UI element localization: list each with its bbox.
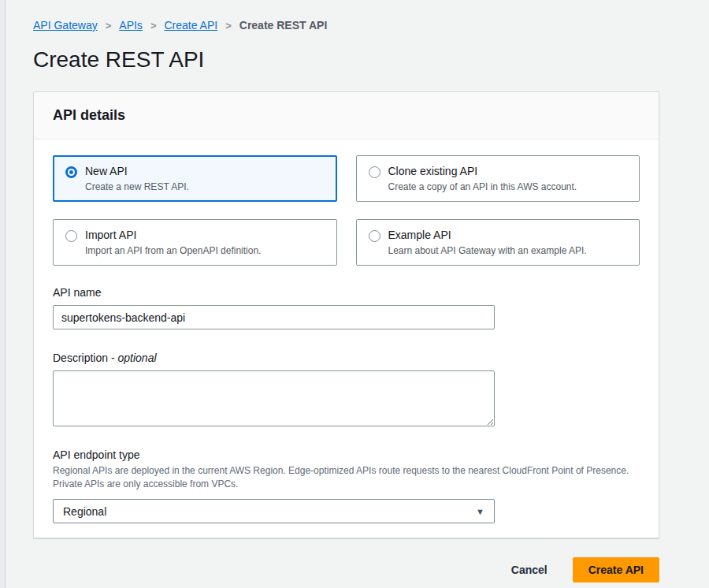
breadcrumb-link-api-gateway[interactable]: API Gateway [33,19,98,32]
radio-unchecked-icon[interactable] [65,230,77,242]
endpoint-type-selected-value: Regional [63,505,106,518]
breadcrumb-link-apis[interactable]: APIs [119,19,143,32]
create-api-button[interactable]: Create API [573,557,659,582]
breadcrumb-link-create-api[interactable]: Create API [164,19,217,32]
tile-label: Clone existing API [388,164,577,179]
panel-title: API details [53,107,640,124]
description-label: Description - optional [53,352,640,364]
radio-checked-icon[interactable] [65,166,77,178]
tile-description: Learn about API Gateway with an example … [388,244,587,257]
breadcrumb-separator-icon: > [150,20,157,32]
tile-label: Import API [85,228,261,243]
radio-unchecked-icon[interactable] [369,230,380,242]
description-optional-hint: optional [117,352,156,364]
api-type-tiles: New API Create a new REST API. Clone exi… [53,155,640,266]
api-name-label: API name [53,286,640,299]
tile-label: New API [85,164,189,179]
main-content: API Gateway > APIs > Create API > Create… [33,0,659,588]
tile-new-api[interactable]: New API Create a new REST API. [53,155,337,202]
tile-example-api[interactable]: Example API Learn about API Gateway with… [356,219,640,266]
breadcrumb: API Gateway > APIs > Create API > Create… [33,0,659,32]
tile-clone-existing-api[interactable]: Clone existing API Create a copy of an A… [356,155,640,202]
cancel-button[interactable]: Cancel [508,559,551,581]
panel-body: New API Create a new REST API. Clone exi… [34,140,659,538]
panel-header: API details [34,92,659,140]
breadcrumb-separator-icon: > [106,20,112,32]
tile-description: Create a copy of an API in this AWS acco… [388,180,577,193]
description-textarea[interactable] [53,370,495,426]
radio-unchecked-icon[interactable] [369,166,380,178]
form-actions: Cancel Create API [33,557,659,588]
tile-description: Import an API from an OpenAPI definition… [85,244,261,257]
chevron-down-icon: ▼ [476,507,484,516]
endpoint-type-select[interactable]: Regional ▼ [53,499,495,523]
tile-description: Create a new REST API. [85,180,189,193]
tile-label: Example API [388,228,587,243]
api-name-input[interactable] [53,305,495,329]
description-label-text: Description - [53,352,115,364]
endpoint-type-help-text: Regional APIs are deployed in the curren… [53,464,640,491]
api-details-panel: API details New API Create a new REST AP… [33,91,659,538]
tile-import-api[interactable]: Import API Import an API from an OpenAPI… [53,219,337,266]
breadcrumb-separator-icon: > [225,20,232,32]
page-title: Create REST API [33,47,659,73]
breadcrumb-current-page: Create REST API [239,19,328,32]
endpoint-type-label: API endpoint type [53,448,640,461]
window-left-edge [0,0,6,588]
